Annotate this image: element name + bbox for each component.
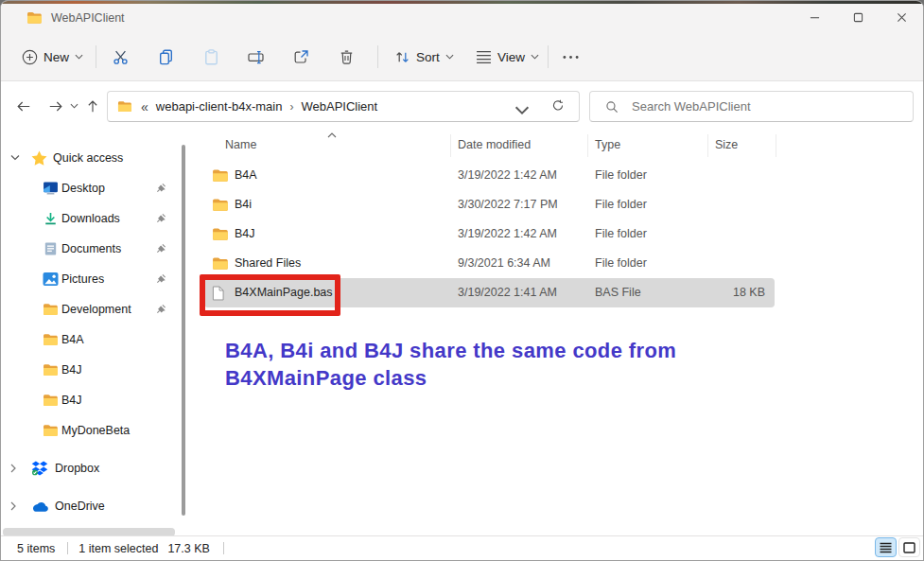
file-type: File folder	[595, 168, 647, 182]
sidebar-item-label: Dropbox	[55, 462, 99, 475]
folder-icon	[43, 363, 59, 379]
breadcrumb-collapsed-marker[interactable]: «	[132, 99, 150, 114]
column-header-date-modified[interactable]: Date modified	[458, 138, 531, 151]
status-bar: 5 items 1 item selected 17.3 KB	[1, 535, 923, 560]
copy-button[interactable]	[150, 40, 182, 74]
minimize-icon	[810, 9, 820, 26]
sidebar-item-b4j[interactable]: B4J	[1, 387, 175, 413]
new-button[interactable]: New	[14, 40, 91, 74]
folder-icon	[43, 303, 59, 319]
sidebar-item-downloads[interactable]: Downloads	[1, 205, 175, 232]
view-button[interactable]: View	[468, 40, 547, 74]
highlight-rectangle	[200, 274, 340, 316]
back-icon	[16, 99, 31, 114]
search-box[interactable]	[589, 91, 914, 122]
chevron-down-icon	[531, 54, 539, 60]
breadcrumb-segment-current[interactable]: WebAPIClient	[301, 99, 377, 114]
sidebar-item-dropbox[interactable]: Dropbox	[1, 455, 175, 482]
sidebar-item-onedrive[interactable]: OneDrive	[1, 493, 175, 519]
new-item-icon	[22, 49, 38, 65]
column-separator[interactable]	[776, 134, 776, 157]
refresh-icon[interactable]	[550, 99, 566, 112]
large-icons-view-icon	[903, 542, 915, 553]
toolbar-separator	[377, 45, 378, 68]
sidebar-item-label: B4A	[61, 333, 84, 346]
view-button-label: View	[497, 50, 525, 64]
sort-ascending-icon	[327, 132, 337, 138]
sidebar-item-quick-access[interactable]: Quick access	[1, 145, 175, 171]
view-icon	[476, 49, 492, 65]
chevron-right-icon[interactable]	[10, 464, 16, 473]
file-row-b4a[interactable]: B4A3/19/2022 1:42 AMFile folder	[204, 161, 775, 190]
rename-button[interactable]	[240, 40, 271, 74]
sidebar-vertical-scrollbar[interactable]	[177, 133, 190, 531]
sidebar-item-pictures[interactable]: Pictures	[1, 266, 175, 292]
selection-size: 17.3 KB	[167, 542, 209, 555]
scrollbar-thumb[interactable]	[182, 145, 185, 516]
up-icon	[85, 99, 100, 114]
file-row-b4i[interactable]: B4i3/30/2022 7:17 PMFile folder	[204, 190, 775, 219]
pin-icon	[156, 243, 166, 254]
sidebar-item-b4a[interactable]: B4A	[1, 326, 175, 353]
back-button[interactable]	[9, 92, 38, 120]
selection-count: 1 item selected	[78, 542, 158, 555]
column-header-size[interactable]: Size	[715, 138, 738, 151]
sidebar-item-development[interactable]: Development	[1, 296, 175, 323]
folder-icon	[43, 394, 59, 410]
copy-icon	[158, 49, 174, 65]
large-icons-view-button[interactable]	[898, 537, 920, 557]
breadcrumb-separator[interactable]: ›	[282, 100, 301, 114]
new-button-label: New	[44, 50, 69, 64]
cut-button[interactable]	[105, 40, 136, 74]
maximize-button[interactable]	[836, 4, 880, 32]
file-date-modified: 3/19/2022 1:42 AM	[458, 168, 557, 182]
sidebar-item-label: Downloads	[61, 212, 120, 225]
delete-button[interactable]	[331, 40, 362, 74]
delete-icon	[339, 49, 355, 65]
search-input[interactable]	[630, 98, 889, 114]
sidebar-item-desktop[interactable]: Desktop	[1, 175, 175, 202]
column-header-name[interactable]: Name	[225, 138, 256, 151]
sidebar-item-mydonebeta[interactable]: MyDoneBeta	[1, 417, 175, 444]
chevron-down-icon[interactable]	[10, 154, 20, 161]
file-name: B4J	[235, 227, 443, 240]
file-name: Shared Files	[235, 256, 443, 270]
breadcrumb-segment-parent[interactable]: webapi-client-b4x-main	[156, 99, 283, 114]
details-view-button[interactable]	[875, 537, 897, 557]
column-separator[interactable]	[587, 134, 588, 157]
column-separator[interactable]	[450, 134, 451, 157]
address-dropdown-icon[interactable]	[514, 104, 530, 116]
file-type: File folder	[595, 256, 647, 270]
column-separator[interactable]	[707, 134, 708, 157]
see-more-button[interactable]	[555, 40, 586, 74]
window-controls	[793, 4, 923, 32]
chevron-down-icon	[445, 54, 454, 60]
share-icon	[293, 49, 309, 65]
sidebar-item-b4j[interactable]: B4J	[1, 357, 175, 383]
address-bar[interactable]: « webapi-client-b4x-main › WebAPIClient	[107, 91, 580, 122]
details-view-icon	[880, 542, 892, 553]
sidebar-item-label: B4J	[61, 363, 82, 377]
file-name: B4i	[235, 198, 443, 211]
file-type: File folder	[595, 227, 647, 240]
minimize-button[interactable]	[793, 4, 836, 32]
sidebar-item-documents[interactable]: Documents	[1, 236, 175, 262]
title-bar[interactable]: WebAPIClient	[1, 4, 923, 32]
sort-button[interactable]: Sort	[387, 40, 462, 74]
file-date-modified: 3/19/2022 1:42 AM	[458, 227, 557, 240]
up-button[interactable]	[78, 92, 107, 120]
sidebar-item-label: Development	[61, 303, 131, 316]
paste-button[interactable]	[196, 40, 227, 74]
folder-icon	[43, 333, 59, 349]
maximize-icon	[853, 9, 863, 26]
column-header-type[interactable]: Type	[595, 138, 620, 151]
share-button[interactable]	[286, 40, 317, 74]
folder-icon	[212, 198, 229, 212]
rename-icon	[248, 49, 264, 65]
file-date-modified: 9/3/2021 6:34 AM	[458, 256, 550, 270]
file-date-modified: 3/19/2022 1:41 AM	[458, 286, 557, 299]
chevron-right-icon[interactable]	[10, 501, 16, 511]
file-row-b4j[interactable]: B4J3/19/2022 1:42 AMFile folder	[204, 219, 775, 249]
close-button[interactable]	[880, 4, 923, 32]
pin-icon	[156, 304, 166, 314]
